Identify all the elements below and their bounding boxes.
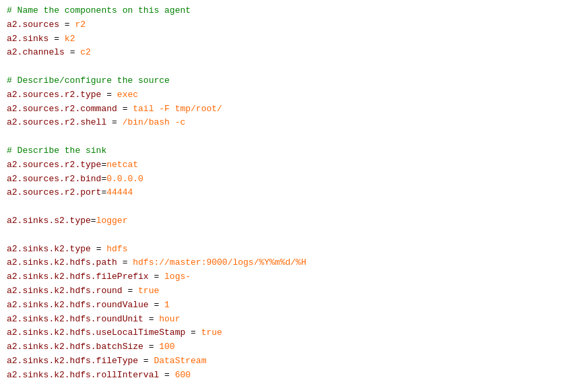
- code-operator: =: [143, 342, 159, 352]
- code-key: a2.sinks.k2.hdfs.path: [7, 257, 117, 267]
- code-key: a2.sinks.k2.hdfs.useLocalTimeStamp: [7, 327, 185, 338]
- code-key: a2.sinks.s2.type: [7, 216, 91, 226]
- code-value: true: [201, 327, 222, 338]
- code-operator: =: [48, 34, 64, 44]
- code-line: a2.sources.r2.port=44444: [7, 186, 581, 200]
- code-value: hdfs: [106, 244, 127, 254]
- code-line: a2.sinks.s2.type=logger: [7, 214, 581, 228]
- code-value: tail -F tmp/root/: [133, 104, 222, 114]
- code-operator: =: [117, 104, 133, 114]
- code-operator: =: [123, 286, 138, 296]
- code-key: a2.sources.r2.type: [7, 160, 101, 170]
- code-line: a2.sources.r2.bind=0.0.0.0: [7, 172, 581, 187]
- code-value: 1: [164, 300, 170, 310]
- code-key: a2.sinks.k2.hdfs.roundValue: [7, 300, 149, 310]
- code-key: a2.sources.r2.port: [7, 187, 101, 197]
- code-operator: =: [59, 20, 75, 30]
- code-operator: =: [117, 257, 133, 267]
- code-value: true: [138, 286, 159, 296]
- code-line: # Name the components on this agent: [7, 4, 581, 18]
- editor-container: # Name the components on this agenta2.so…: [0, 0, 588, 378]
- code-line: # Describe/configure the source: [7, 74, 581, 88]
- code-key: a2.sources: [7, 20, 59, 30]
- code-value: 100: [159, 342, 174, 352]
- code-operator: =: [65, 47, 80, 57]
- code-line: a2.channels = c2: [7, 46, 581, 60]
- code-operator: =: [138, 356, 154, 366]
- code-line: a2.sinks.k2.hdfs.batchSize = 100: [7, 340, 581, 354]
- code-operator: =: [91, 244, 106, 254]
- code-value: logger: [96, 216, 128, 226]
- code-key: a2.sinks.k2.hdfs.filePrefix: [7, 272, 149, 282]
- code-value: exec: [117, 90, 138, 100]
- code-key: a2.sinks.k2.hdfs.round: [7, 286, 123, 296]
- code-value: c2: [80, 47, 91, 57]
- code-operator: =: [149, 300, 164, 310]
- code-value: 44444: [106, 187, 133, 197]
- code-value: r2: [75, 20, 86, 30]
- code-value: hour: [159, 314, 180, 324]
- code-line: [7, 228, 581, 243]
- code-operator: =: [106, 117, 122, 127]
- code-key: a2.sinks.k2.hdfs.batchSize: [7, 342, 143, 352]
- code-line: a2.sources.r2.type = exec: [7, 88, 581, 102]
- code-operator: =: [101, 90, 117, 100]
- code-line: a2.sources.r2.shell = /bin/bash -c: [7, 116, 581, 130]
- code-key: a2.sources.r2.type: [7, 90, 101, 100]
- code-line: a2.sources = r2: [7, 18, 581, 32]
- code-key: a2.sinks.k2.hdfs.fileType: [7, 356, 138, 366]
- code-line: a2.sinks = k2: [7, 32, 581, 46]
- code-value: netcat: [106, 160, 138, 170]
- code-line: # Describe the sink: [7, 144, 581, 158]
- code-line: [7, 200, 581, 214]
- code-line: [7, 60, 581, 74]
- code-operator: =: [91, 216, 96, 226]
- code-line: a2.sinks.k2.type = hdfs: [7, 243, 581, 257]
- code-area[interactable]: # Name the components on this agenta2.so…: [0, 0, 588, 378]
- code-key: a2.sources.r2.command: [7, 104, 117, 114]
- code-value: /bin/bash -c: [123, 117, 186, 127]
- code-key: a2.sinks.k2.type: [7, 244, 91, 254]
- code-line: a2.sinks.k2.hdfs.filePrefix = logs-: [7, 270, 581, 284]
- code-value: 0.0.0.0: [106, 174, 143, 184]
- code-line: a2.sinks.k2.hdfs.fileType = DataStream: [7, 354, 581, 369]
- code-key: a2.sinks: [7, 34, 48, 44]
- code-key: a2.sinks.k2.hdfs.rollInterval: [7, 370, 159, 378]
- code-line: a2.sinks.k2.hdfs.roundValue = 1: [7, 298, 581, 313]
- code-operator: =: [185, 327, 201, 338]
- code-value: k2: [65, 34, 75, 44]
- code-operator: =: [143, 314, 159, 324]
- code-line: a2.sources.r2.type=netcat: [7, 158, 581, 172]
- code-key: a2.sources.r2.shell: [7, 117, 106, 127]
- code-line: a2.sources.r2.command = tail -F tmp/root…: [7, 102, 581, 117]
- code-line: [7, 130, 581, 144]
- code-key: a2.sinks.k2.hdfs.roundUnit: [7, 314, 143, 324]
- comment-text: # Name the components on this agent: [7, 5, 191, 15]
- code-key: a2.sources.r2.bind: [7, 174, 101, 184]
- code-line: a2.sinks.k2.hdfs.rollInterval = 600: [7, 369, 581, 378]
- code-line: a2.sinks.k2.hdfs.round = true: [7, 284, 581, 298]
- comment-text: # Describe/configure the source: [7, 75, 170, 86]
- code-operator: =: [149, 272, 164, 282]
- code-line: a2.sinks.k2.hdfs.path = hdfs://master:90…: [7, 256, 581, 270]
- code-operator: =: [159, 370, 174, 378]
- code-line: a2.sinks.k2.hdfs.roundUnit = hour: [7, 313, 581, 327]
- code-value: 600: [175, 370, 191, 378]
- code-value: DataStream: [154, 356, 206, 366]
- comment-text: # Describe the sink: [7, 146, 106, 156]
- code-line: a2.sinks.k2.hdfs.useLocalTimeStamp = tru…: [7, 326, 581, 340]
- code-key: a2.channels: [7, 47, 65, 57]
- code-value: logs-: [164, 272, 191, 282]
- code-value: hdfs://master:9000/logs/%Y%m%d/%H: [133, 257, 306, 267]
